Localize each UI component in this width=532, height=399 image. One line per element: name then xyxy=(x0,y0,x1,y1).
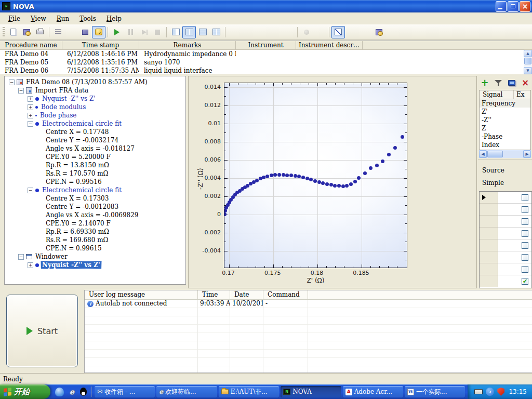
close-button[interactable]: × xyxy=(520,1,530,12)
tree-item[interactable]: Centre Y = -0.0012083 xyxy=(5,203,185,211)
collapse-toggle-icon[interactable]: − xyxy=(28,188,33,193)
checkbox[interactable] xyxy=(522,194,528,201)
pause-button[interactable] xyxy=(124,26,137,38)
column-header[interactable]: Time stamp xyxy=(62,41,139,49)
log-column-header[interactable]: Time xyxy=(198,290,230,299)
table-row[interactable]: FRA Demo 046/12/2008 1:46:16 PMHydrodyna… xyxy=(0,50,532,58)
restore-button[interactable] xyxy=(508,1,518,12)
tree-item[interactable]: −Electrochemical circle fit xyxy=(5,186,185,194)
log-column-header[interactable]: Date xyxy=(230,290,263,299)
scroll-down-icon[interactable]: ▼ xyxy=(524,67,532,74)
view-split-button[interactable] xyxy=(196,26,209,38)
scroll-up-icon[interactable]: ▲ xyxy=(524,50,532,57)
log-column-header[interactable]: User log message xyxy=(85,290,198,299)
keyboard-icon[interactable] xyxy=(474,389,483,394)
column-header[interactable]: Instrument descr… xyxy=(296,41,363,49)
grid-row[interactable] xyxy=(480,228,531,240)
grid-row[interactable] xyxy=(480,192,531,204)
log-row[interactable] xyxy=(85,358,532,366)
grid-row[interactable]: ✔ xyxy=(480,275,531,287)
column-header[interactable]: Instrument xyxy=(236,41,296,49)
log-row[interactable] xyxy=(85,366,532,373)
note-previous-button[interactable] xyxy=(255,26,268,38)
menu-file[interactable]: File xyxy=(3,14,25,23)
log-row[interactable] xyxy=(85,325,532,333)
menu-run[interactable]: Run xyxy=(51,14,75,23)
signal-column-header[interactable]: Signal xyxy=(480,90,514,99)
tree-item[interactable]: Centre X = 0.17748 xyxy=(5,128,185,136)
tree-item[interactable]: Angle vs X axis = -0.0069829 xyxy=(5,211,185,219)
column-header[interactable]: Procedure name xyxy=(0,41,62,49)
table-row[interactable]: FRA Demo 067/15/2008 11:57:35 AMliquid l… xyxy=(0,66,532,74)
plot-area[interactable] xyxy=(224,83,407,268)
collapse-toggle-icon[interactable]: − xyxy=(18,254,24,260)
shield-icon[interactable] xyxy=(497,388,504,396)
collapse-toggle-icon[interactable]: − xyxy=(18,88,24,94)
tree-item[interactable]: −FRA Demo 08 (7/13/2010 8:57:57 AM) xyxy=(5,78,185,86)
start-menu-button[interactable]: 开始 xyxy=(0,384,50,399)
grid-row-header[interactable] xyxy=(480,192,498,204)
play-button[interactable] xyxy=(110,26,124,38)
messenger-icon[interactable] xyxy=(55,388,64,396)
taskbar-button[interactable]: e欢迎莅临... xyxy=(156,386,217,397)
log-row[interactable] xyxy=(85,333,532,341)
table-scrollbar[interactable]: ▲ ▼ xyxy=(524,50,532,74)
checkbox[interactable] xyxy=(522,254,528,261)
tree-item[interactable]: Rs.R = 170.570 mΩ xyxy=(5,169,185,178)
view-two-button[interactable] xyxy=(182,26,196,38)
column-header[interactable]: Remarks xyxy=(139,41,236,49)
unlink-button[interactable] xyxy=(241,26,255,38)
grid-row[interactable] xyxy=(480,240,531,251)
checkbox[interactable] xyxy=(522,242,528,249)
grid-row[interactable] xyxy=(480,251,531,263)
menu-tools[interactable]: Tools xyxy=(74,14,101,23)
signal-item[interactable]: Z xyxy=(480,124,530,132)
new-document-button[interactable] xyxy=(6,26,20,38)
log-column-header[interactable]: Command xyxy=(263,290,308,299)
scroll-right-icon[interactable]: ▶ xyxy=(523,150,531,158)
checkbox[interactable]: ✔ xyxy=(522,278,528,285)
data-grid-button[interactable] xyxy=(358,26,372,38)
tree-item[interactable]: Rs.R = 169.680 mΩ xyxy=(5,236,185,244)
hierarchy-button[interactable] xyxy=(282,26,295,38)
validate-button[interactable] xyxy=(78,26,92,38)
expand-toggle-icon[interactable]: + xyxy=(28,262,33,268)
log-row[interactable] xyxy=(85,316,532,325)
start-measurement-button[interactable]: Start xyxy=(6,295,78,367)
database-button[interactable] xyxy=(92,26,105,38)
qq-icon[interactable] xyxy=(80,388,87,396)
expand-toggle-icon[interactable]: + xyxy=(28,96,33,102)
taskbar-button[interactable]: ✉收件箱 - ... xyxy=(95,386,155,397)
checkbox[interactable] xyxy=(522,218,528,225)
grid-row-header[interactable] xyxy=(480,275,498,287)
tree-item[interactable]: +Nyquist -Z'' vs Z' xyxy=(5,261,185,269)
signal-item[interactable]: Index xyxy=(480,141,530,149)
expand-toggle-icon[interactable]: + xyxy=(28,113,33,118)
expand-toggle-icon[interactable]: + xyxy=(28,104,33,110)
scroll-thumb[interactable] xyxy=(524,58,531,64)
tree-item[interactable]: −Import FRA data xyxy=(5,86,185,95)
scroll-left-icon[interactable]: ◀ xyxy=(479,150,487,158)
grid-row-header[interactable] xyxy=(480,228,498,240)
view-single-button[interactable] xyxy=(169,26,182,38)
toolbar-grip[interactable] xyxy=(3,27,5,37)
record-button[interactable] xyxy=(300,26,313,38)
grid-row-header[interactable] xyxy=(480,263,498,275)
tree-item[interactable]: CPE.Y0 = 5.20000 F xyxy=(5,153,185,161)
collapse-toggle-icon[interactable]: − xyxy=(28,121,33,127)
stop-button[interactable] xyxy=(151,26,164,38)
plot-3d-button[interactable] xyxy=(345,26,358,38)
grid-row-header[interactable] xyxy=(480,240,498,251)
collapse-toggle-icon[interactable]: − xyxy=(9,79,15,85)
procedure-setup-button[interactable] xyxy=(65,26,78,38)
menu-view[interactable]: View xyxy=(25,14,51,23)
ie-icon[interactable]: e xyxy=(68,388,76,396)
taskbar-button[interactable]: AAdobe Acr... xyxy=(343,386,403,397)
signal-item[interactable]: Frequency xyxy=(480,99,530,108)
grid-row[interactable] xyxy=(480,263,531,275)
add-signal-button[interactable]: + xyxy=(479,77,490,88)
taskbar-button[interactable]: NNOVA xyxy=(281,386,341,397)
log-row[interactable] xyxy=(85,341,532,350)
grid-row-header[interactable] xyxy=(480,251,498,263)
tree-item[interactable]: Centre X = 0.17303 xyxy=(5,194,185,203)
